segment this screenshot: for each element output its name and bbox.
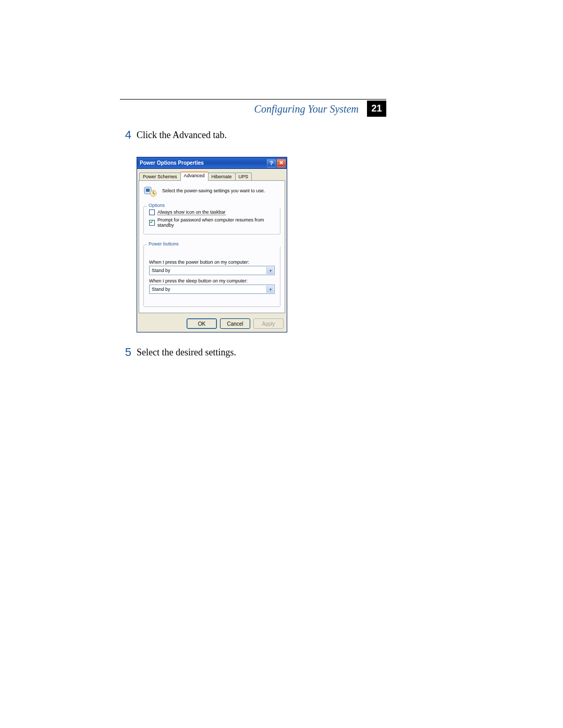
power-button-value: Stand by [150,268,170,273]
taskbar-label: Always show icon on the taskbar [157,209,226,215]
header-rule [120,99,386,100]
password-label: Prompt for password when computer resume… [157,217,280,228]
sleep-button-select[interactable]: Stand by ▾ [149,285,275,294]
chevron-down-icon: ▾ [266,286,274,293]
apply-button[interactable]: Apply [253,318,284,329]
taskbar-checkbox[interactable] [149,209,155,215]
step-5-number: 5 [118,346,131,359]
close-button[interactable]: ✕ [277,159,286,167]
power-button-select[interactable]: Stand by ▾ [149,266,275,275]
ok-button[interactable]: OK [187,318,217,329]
step-4: 4 Click the Advanced tab. [118,128,227,142]
tab-panel: Select the power-saving settings you wan… [139,180,285,313]
cancel-button[interactable]: Cancel [220,318,250,329]
power-button-label: When I press the power button on my comp… [144,260,280,265]
power-options-dialog: Power Options Properties ? ✕ Power Schem… [137,157,287,332]
power-buttons-fieldset: Power buttons When I press the power but… [143,244,280,307]
header-title: Configuring Your System [254,103,359,115]
tab-ups[interactable]: UPS [235,172,252,181]
power-buttons-legend: Power buttons [147,241,283,246]
dialog-title: Power Options Properties [140,160,266,166]
options-fieldset: Options Always show icon on the taskbar … [143,206,280,235]
svg-rect-1 [146,189,150,192]
tab-power-schemes[interactable]: Power Schemes [139,172,181,181]
step-5: 5 Select the desired settings. [118,346,236,359]
close-icon: ✕ [279,159,284,166]
intro-text: Select the power-saving settings you wan… [162,188,265,193]
step-4-number: 4 [118,128,131,142]
help-button[interactable]: ? [267,159,276,167]
titlebar[interactable]: Power Options Properties ? ✕ [137,157,287,169]
step-5-text: Select the desired settings. [137,347,236,358]
step-4-text: Click the Advanced tab. [137,130,227,141]
tab-advanced[interactable]: Advanced [180,171,209,181]
page-number-badge: 21 [367,101,386,117]
options-legend: Options [147,203,283,208]
sleep-button-label: When I press the sleep button on my comp… [144,278,280,283]
password-checkbox[interactable] [149,220,155,226]
tab-row: Power Schemes Advanced Hibernate UPS [139,171,251,181]
power-icon [143,185,158,198]
chevron-down-icon: ▾ [266,267,274,274]
tab-hibernate[interactable]: Hibernate [208,172,236,181]
sleep-button-value: Stand by [150,287,170,292]
